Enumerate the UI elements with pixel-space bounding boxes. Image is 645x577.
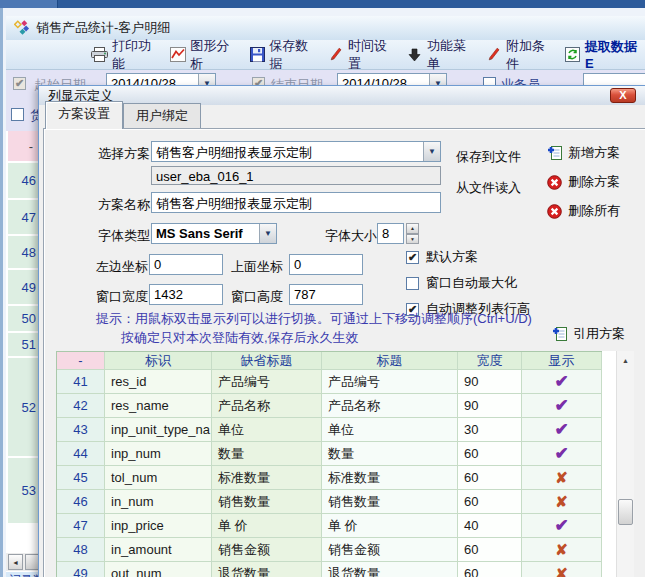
default-title-cell: 退货数量	[212, 562, 322, 577]
auto-maximize-checkbox-row[interactable]: 窗口自动最大化	[406, 274, 530, 292]
toolbar-button-graph-analysis[interactable]: 图形分析	[166, 35, 245, 75]
visible-cell[interactable]: ✘	[522, 562, 602, 577]
left-coord-input[interactable]: 0	[149, 254, 223, 275]
refresh-icon	[565, 47, 581, 63]
tab-user-binding[interactable]: 用户绑定	[123, 103, 201, 129]
save-to-file-button[interactable]: 保存到文件	[456, 148, 521, 166]
x-icon: ✘	[555, 493, 568, 511]
toolbar-button-save-data[interactable]: 保存数据	[245, 35, 324, 75]
delete-scheme-button[interactable]: 删除方案	[546, 173, 620, 191]
x-icon: ✘	[555, 541, 568, 559]
default-title-cell: 销售金额	[212, 538, 322, 562]
table-row[interactable]: 41res_id产品编号产品编号90✔	[57, 370, 602, 394]
scroll-up-icon[interactable]: ▲	[618, 353, 633, 367]
chart-icon	[170, 47, 186, 63]
spin-up-icon[interactable]: ▲	[406, 223, 419, 234]
column-header[interactable]: 标识	[105, 352, 212, 370]
table-row[interactable]: 44inp_num数量数量60✔	[57, 442, 602, 466]
row-number-cell: 45	[57, 466, 105, 490]
title-cell: 退货数量	[322, 562, 458, 577]
left-coord-label: 左边坐标	[96, 258, 148, 276]
toolbar-button-extra-condition[interactable]: 附加条件	[482, 35, 561, 75]
start-date-checkbox[interactable]	[13, 77, 26, 90]
x-icon: ✘	[555, 565, 568, 577]
apply-scheme-button[interactable]: 引用方案	[551, 325, 625, 343]
table-row[interactable]: 48in_amount销售金额销售金额60✘	[57, 538, 602, 562]
win-width-input[interactable]: 1432	[149, 284, 223, 305]
default-title-cell: 销售数量	[212, 490, 322, 514]
delete-icon	[546, 203, 563, 219]
visible-cell[interactable]: ✘	[522, 466, 602, 490]
default-scheme-checkbox[interactable]	[406, 251, 419, 264]
option-checkboxes: 默认方案窗口自动最大化自动调整列表行高	[406, 248, 530, 318]
check-icon: ✔	[554, 515, 568, 536]
field-id-cell: inp_unit_type_na	[105, 418, 212, 442]
table-row[interactable]: 45tol_num标准数量标准数量60✘	[57, 466, 602, 490]
font-size-stepper[interactable]: ▲▼	[406, 223, 419, 244]
font-size-input[interactable]: 8	[377, 223, 404, 244]
top-coord-input[interactable]: 0	[289, 254, 363, 275]
add-scheme-button[interactable]: 新增方案	[546, 144, 620, 162]
table-row[interactable]: 43inp_unit_type_na单位单位30✔	[57, 418, 602, 442]
visible-cell[interactable]: ✔	[522, 370, 602, 394]
scheme-name-label: 方案名称	[98, 196, 150, 214]
toolbar-label: 保存数据	[269, 37, 319, 73]
screen: 销售产品统计-客户明细 打印功能图形分析保存数据时间设置功能菜单附加条件提取数据…	[0, 0, 645, 577]
column-header[interactable]: 显示	[522, 352, 602, 370]
font-type-combo[interactable]: MS Sans Serif ▼	[151, 223, 277, 244]
column-header[interactable]: 宽度	[458, 352, 522, 370]
column-width-cell: 30	[458, 418, 522, 442]
row-number-cell: 44	[57, 442, 105, 466]
title-cell: 产品编号	[322, 370, 458, 394]
read-from-file-button[interactable]: 从文件读入	[456, 179, 521, 197]
table-row[interactable]: 42res_name产品名称产品名称90✔	[57, 394, 602, 418]
column-header[interactable]: 缺省标题	[212, 352, 322, 370]
scheme-id-field: user_eba_016_1	[151, 166, 441, 185]
tab-scheme-settings[interactable]: 方案设置	[45, 101, 123, 129]
scheme-name-input[interactable]: 销售客户明细报表显示定制	[151, 192, 441, 213]
column-width-cell: 60	[458, 562, 522, 577]
delete-all-button[interactable]: 删除所有	[546, 202, 620, 220]
row-number-cell: 42	[57, 394, 105, 418]
visible-cell[interactable]: ✘	[522, 490, 602, 514]
visible-cell[interactable]: ✘	[522, 538, 602, 562]
column-header[interactable]: -	[57, 352, 105, 370]
checkbox-label: 窗口自动最大化	[426, 274, 517, 292]
vertical-scrollbar[interactable]: ▲	[616, 351, 634, 577]
table-row[interactable]: 46in_num销售数量销售数量60✘	[57, 490, 602, 514]
add-doc-icon	[546, 145, 563, 161]
visible-cell[interactable]: ✔	[522, 418, 602, 442]
column-width-cell: 60	[458, 490, 522, 514]
chevron-down-icon[interactable]: ▼	[259, 224, 276, 243]
printer-icon	[91, 47, 108, 63]
auto-maximize-checkbox[interactable]	[406, 277, 419, 290]
spin-down-icon[interactable]: ▼	[406, 234, 419, 245]
toolbar-button-extract-data[interactable]: 提取数据E	[561, 36, 645, 73]
visible-cell[interactable]: ✔	[522, 394, 602, 418]
toolbar-label: 附加条件	[506, 37, 556, 73]
scroll-left-icon[interactable]: ◄	[8, 554, 23, 570]
goods-checkbox[interactable]	[11, 108, 24, 121]
toolbar-button-print[interactable]: 打印功能	[87, 35, 166, 75]
column-width-cell: 90	[458, 394, 522, 418]
chevron-down-icon[interactable]: ▼	[423, 142, 440, 161]
default-scheme-checkbox-row[interactable]: 默认方案	[406, 248, 530, 266]
column-header[interactable]: 标题	[322, 352, 458, 370]
scrollbar-thumb[interactable]	[618, 499, 633, 525]
toolbar-button-function-menu[interactable]: 功能菜单	[403, 35, 482, 75]
column-width-cell: 40	[458, 514, 522, 538]
column-display-dialog: 列显示定义 X 方案设置 用户绑定 选择方案 销售客户明细报表显示定制 ▼ us…	[38, 85, 645, 577]
hint-line-2: 按确定只对本次登陆有效,保存后永久生效	[121, 329, 359, 347]
field-id-cell: inp_price	[105, 514, 212, 538]
table-row[interactable]: 49out_num退货数量退货数量60✘	[57, 562, 602, 577]
visible-cell[interactable]: ✔	[522, 442, 602, 466]
toolbar-button-time-setting[interactable]: 时间设置	[324, 35, 403, 75]
field-id-cell: inp_num	[105, 442, 212, 466]
x-icon: ✘	[555, 469, 568, 487]
table-row[interactable]: 47inp_price单 价单 价40✔	[57, 514, 602, 538]
scheme-select-combo[interactable]: 销售客户明细报表显示定制 ▼	[151, 141, 441, 162]
win-height-input[interactable]: 787	[289, 284, 363, 305]
close-button[interactable]: X	[610, 88, 636, 103]
visible-cell[interactable]: ✔	[522, 514, 602, 538]
title-cell: 销售数量	[322, 490, 458, 514]
